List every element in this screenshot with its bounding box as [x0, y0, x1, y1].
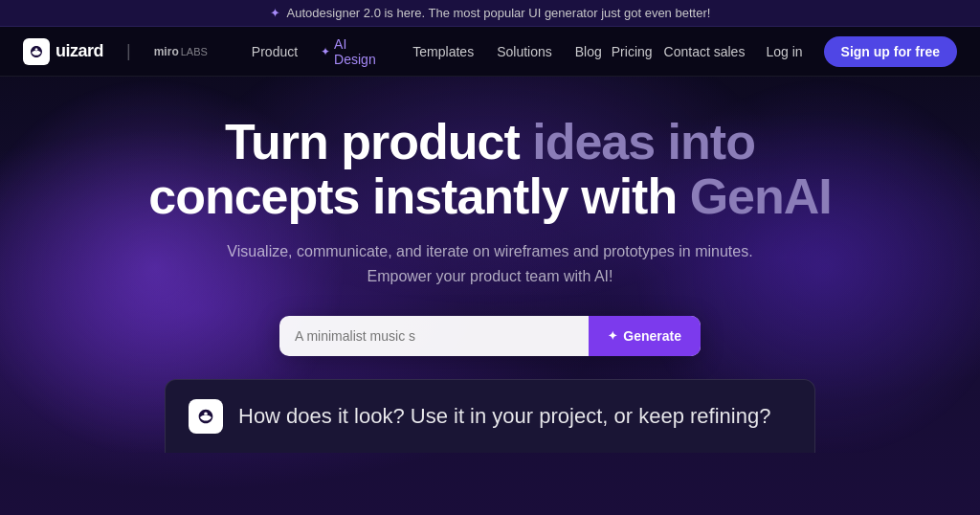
- logo-uizard[interactable]: uizard: [23, 38, 103, 65]
- nav-links: Product ✦ AI Design Templates Solutions …: [242, 31, 612, 73]
- hero-content: Turn product ideas into concepts instant…: [19, 115, 961, 453]
- logo-text: uizard: [56, 41, 103, 61]
- announcement-bar: ✦ Autodesigner 2.0 is here. The most pop…: [0, 0, 980, 27]
- hero-title-line1-white: Turn product: [225, 114, 532, 169]
- preview-text: How does it look? Use it in your project…: [238, 404, 770, 429]
- hero-title-line2-white: concepts instantly with: [148, 168, 689, 224]
- miro-text: miro: [154, 45, 179, 58]
- announcement-star-icon: ✦: [270, 6, 280, 20]
- uizard-logo-svg: [28, 43, 45, 60]
- uizard-preview-icon: [195, 406, 216, 427]
- miro-labs-badge: miro LABS: [154, 45, 208, 58]
- nav-link-blog[interactable]: Blog: [566, 38, 612, 65]
- navbar-left: uizard | miro LABS Product ✦ AI Design T…: [23, 31, 612, 73]
- hero-subtitle: Visualize, communicate, and iterate on w…: [222, 239, 758, 288]
- preview-icon: [189, 399, 223, 434]
- hero-section: Turn product ideas into concepts instant…: [0, 77, 980, 453]
- ai-design-star-icon: ✦: [321, 45, 330, 58]
- generate-star-icon: ✦: [608, 329, 617, 343]
- navbar: uizard | miro LABS Product ✦ AI Design T…: [0, 27, 980, 77]
- preview-card: How does it look? Use it in your project…: [165, 379, 815, 453]
- generate-input[interactable]: [279, 316, 589, 356]
- generate-button[interactable]: ✦ Generate: [589, 316, 701, 356]
- labs-text: LABS: [181, 46, 208, 57]
- logo-divider: |: [126, 41, 131, 61]
- login-button[interactable]: Log in: [756, 38, 812, 65]
- nav-link-contact-sales[interactable]: Contact sales: [664, 44, 746, 59]
- nav-link-solutions[interactable]: Solutions: [487, 38, 562, 65]
- hero-title: Turn product ideas into concepts instant…: [19, 115, 961, 224]
- nav-link-product[interactable]: Product: [242, 38, 307, 65]
- navbar-right: Pricing Contact sales Log in Sign up for…: [612, 36, 957, 67]
- nav-link-templates[interactable]: Templates: [403, 38, 483, 65]
- hero-title-line1-muted: ideas into: [532, 114, 755, 169]
- nav-link-pricing[interactable]: Pricing: [612, 44, 653, 59]
- hero-title-line2-muted: GenAI: [690, 168, 832, 224]
- generate-bar: ✦ Generate: [279, 316, 701, 356]
- logo-icon: [23, 38, 50, 65]
- announcement-text: Autodesigner 2.0 is here. The most popul…: [287, 6, 711, 20]
- signup-button[interactable]: Sign up for free: [824, 36, 957, 67]
- nav-link-ai-design[interactable]: ✦ AI Design: [311, 31, 399, 73]
